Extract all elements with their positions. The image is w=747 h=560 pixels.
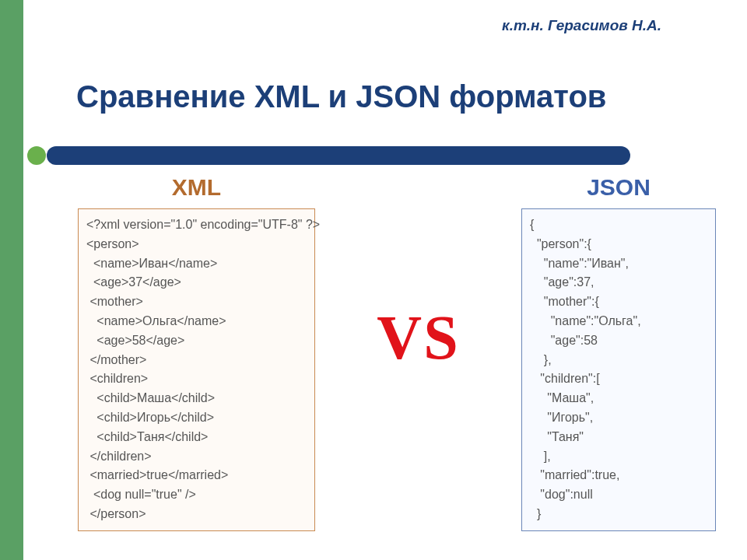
slide: к.т.н. Герасимов Н.А. Сравнение XML и JS… [0,0,747,560]
xml-code-box: <?xml version="1.0" encoding="UTF-8" ?> … [78,208,315,531]
slide-title: Сравнение XML и JSON форматов [76,79,606,114]
json-column: JSON { "person":{ "name":"Иван", "age":3… [521,174,716,531]
xml-column: XML <?xml version="1.0" encoding="UTF-8"… [78,174,315,531]
vs-column: VS [338,174,498,501]
vs-label: VS [377,303,459,373]
json-code-box: { "person":{ "name":"Иван", "age":37, "m… [521,208,716,531]
json-heading: JSON [587,174,651,201]
accent-dot [27,146,46,165]
xml-heading: XML [172,174,221,201]
content-columns: XML <?xml version="1.0" encoding="UTF-8"… [78,174,716,552]
title-underline-bar [47,146,630,165]
author-label: к.т.н. Герасимов Н.А. [502,17,661,34]
